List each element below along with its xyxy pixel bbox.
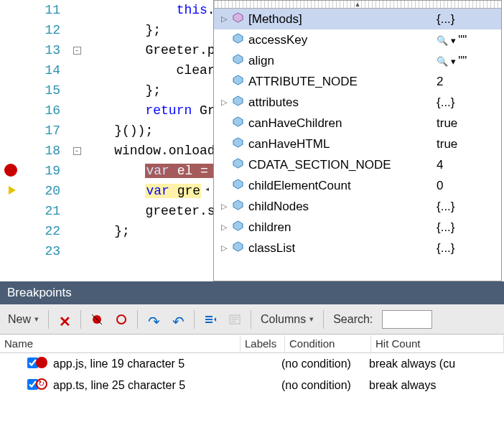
line-number: 18 [22, 141, 70, 161]
member-name: children [246, 220, 437, 235]
line-number: 23 [22, 241, 70, 261]
enable-all-button[interactable] [85, 311, 108, 328]
go-to-source-button[interactable] [199, 311, 222, 328]
expand-icon[interactable]: ▷ [218, 202, 230, 211]
property-icon [230, 200, 246, 214]
intellisense-item[interactable]: ▷attributes{...} [214, 92, 501, 113]
member-name: childElementCount [246, 179, 437, 193]
breakpoint-condition: (no condition) [277, 378, 365, 393]
svg-marker-0 [233, 12, 242, 22]
col-labels[interactable]: Labels [241, 335, 285, 352]
member-value: {...} [437, 220, 497, 235]
code-editor[interactable]: 11 this.12 };13- Greeter.p14 clear15 };1… [0, 0, 504, 281]
fold-toggle-icon[interactable]: - [73, 147, 81, 155]
member-value: {...} [437, 200, 497, 214]
line-number: 14 [22, 60, 70, 80]
member-value: true [437, 116, 497, 131]
columns-button[interactable]: Columns [256, 311, 319, 328]
line-number: 15 [22, 80, 70, 101]
breakpoints-header-row: Name Labels Condition Hit Count [0, 335, 504, 353]
member-value: 2 [437, 75, 497, 89]
col-hitcount[interactable]: Hit Count [371, 335, 504, 352]
property-icon [230, 179, 246, 193]
line-number: 13 [22, 40, 70, 60]
svg-marker-4 [233, 95, 242, 105]
intellisense-item[interactable]: accessKey🔍 ▾ "" [214, 29, 501, 50]
breakpoint-condition: (no condition) [277, 356, 365, 372]
member-name: classList [246, 241, 437, 256]
expand-icon[interactable]: ▷ [218, 223, 230, 232]
breakpoints-title: Breakpoints [0, 281, 504, 304]
line-number: 19 [22, 161, 70, 181]
intellisense-item[interactable]: canHaveHTMLtrue [214, 134, 501, 154]
property-icon [230, 241, 246, 256]
member-name: attributes [246, 95, 437, 110]
breakpoint-icon [36, 378, 47, 390]
line-number: 21 [22, 201, 70, 221]
intellisense-item[interactable]: ▷children{...} [214, 217, 501, 238]
svg-marker-10 [233, 220, 242, 230]
collapse-icon[interactable]: ◂ [205, 184, 210, 195]
svg-marker-1 [233, 33, 242, 42]
svg-marker-11 [233, 241, 242, 251]
intellisense-scroll-up[interactable]: ▲ [214, 1, 501, 9]
breakpoint-row[interactable]: app.js, line 19 character 5(no condition… [0, 353, 504, 375]
disable-all-button[interactable] [110, 311, 133, 328]
svg-marker-9 [233, 200, 242, 209]
member-name: canHaveHTML [246, 137, 437, 151]
property-icon [230, 220, 246, 235]
intellisense-item[interactable]: ATTRIBUTE_NODE2 [214, 71, 501, 92]
method-icon [230, 12, 246, 27]
breakpoints-panel: Breakpoints New ✕ ↷ ↶ Columns Search: Na… [0, 281, 504, 430]
intellisense-item[interactable]: ▷childNodes{...} [214, 196, 501, 217]
breakpoint-row[interactable]: app.ts, line 25 character 5(no condition… [0, 375, 504, 396]
svg-marker-7 [233, 158, 242, 167]
fold-toggle-icon[interactable]: - [73, 47, 81, 55]
svg-point-14 [117, 315, 126, 324]
intellisense-item[interactable]: canHaveChildrentrue [214, 113, 501, 134]
member-value: 0 [437, 179, 497, 193]
go-to-disassembly-button[interactable] [223, 311, 246, 328]
intellisense-item[interactable]: childElementCount0 [214, 175, 501, 196]
line-number: 12 [22, 20, 70, 40]
expand-icon[interactable]: ▷ [218, 243, 230, 253]
intellisense-item[interactable]: CDATA_SECTION_NODE4 [214, 154, 501, 175]
intellisense-popup[interactable]: ▲ ▷[Methods]{...}accessKey🔍 ▾ ""align🔍 ▾… [213, 0, 502, 281]
search-icon[interactable]: 🔍 ▾ [437, 35, 458, 46]
svg-marker-5 [233, 116, 242, 126]
line-number: 20 [22, 181, 70, 201]
line-number: 11 [22, 0, 70, 20]
member-value: {...} [437, 241, 497, 256]
breakpoint-icon[interactable] [4, 164, 17, 177]
import-button[interactable]: ↶ [167, 311, 190, 328]
intellisense-item[interactable]: align🔍 ▾ "" [214, 50, 501, 71]
col-name[interactable]: Name [0, 335, 241, 352]
member-name: align [246, 54, 437, 68]
current-statement-icon [9, 186, 16, 195]
intellisense-item[interactable]: ▷classList{...} [214, 238, 501, 258]
member-name: canHaveChildren [246, 116, 437, 131]
property-icon [230, 75, 246, 89]
breakpoint-labels [234, 363, 277, 365]
member-name: accessKey [246, 33, 437, 47]
search-input[interactable] [382, 310, 432, 329]
member-name: childNodes [246, 200, 437, 214]
property-icon [230, 158, 246, 172]
member-value: {...} [437, 12, 497, 27]
search-icon[interactable]: 🔍 ▾ [437, 56, 458, 67]
breakpoint-location: app.ts, line 25 character 5 [49, 378, 234, 393]
expand-icon[interactable]: ▷ [218, 14, 230, 24]
new-button[interactable]: New [3, 311, 44, 328]
member-name: ATTRIBUTE_NODE [246, 75, 437, 89]
property-icon [230, 33, 246, 47]
col-condition[interactable]: Condition [285, 335, 371, 352]
svg-marker-6 [233, 137, 242, 146]
expand-icon[interactable]: ▷ [218, 98, 230, 107]
line-number: 17 [22, 121, 70, 141]
svg-marker-3 [233, 75, 242, 84]
intellisense-item[interactable]: ▷[Methods]{...} [214, 9, 501, 29]
delete-breakpoint-button[interactable]: ✕ [53, 311, 76, 328]
property-icon [230, 95, 246, 110]
property-icon [230, 137, 246, 151]
export-button[interactable]: ↷ [142, 311, 165, 328]
